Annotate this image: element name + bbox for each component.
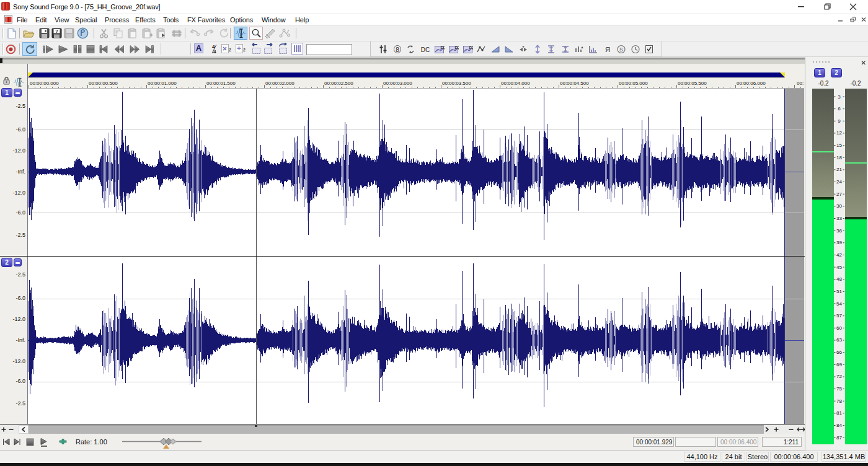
svg-text:EQ: EQ <box>441 46 445 50</box>
svg-text:2: 2 <box>229 48 231 52</box>
svg-text:8: 8 <box>396 46 399 53</box>
svg-text:S: S <box>619 46 623 53</box>
svg-text:EQ: EQ <box>469 46 474 50</box>
svg-text:2: 2 <box>243 48 246 52</box>
svg-text:R: R <box>605 46 610 53</box>
svg-text:DC: DC <box>421 46 430 53</box>
svg-text:EQ: EQ <box>455 46 459 50</box>
svg-text:?: ? <box>55 29 58 34</box>
